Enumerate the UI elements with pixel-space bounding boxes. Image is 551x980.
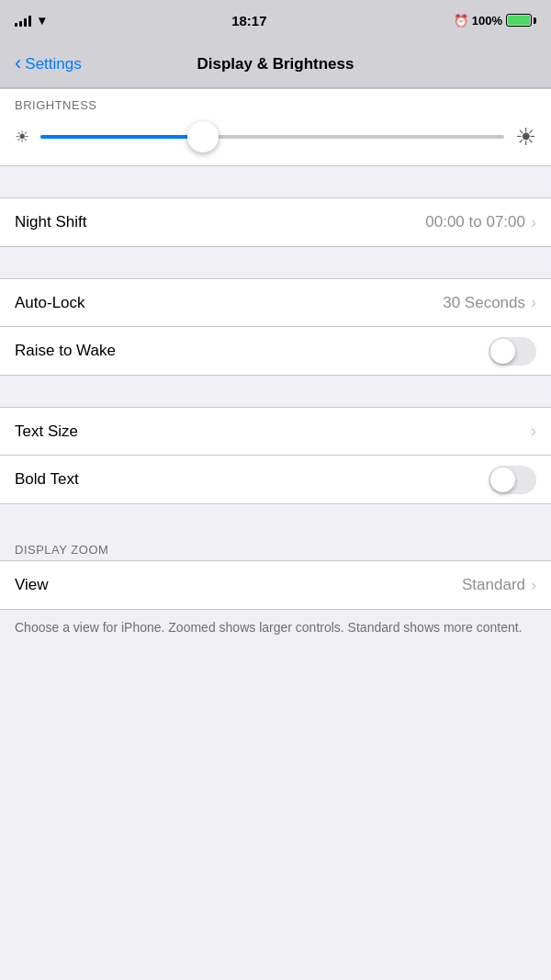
slider-fill — [40, 135, 203, 139]
status-bar: ▾ 18:17 ⏰ 100% — [0, 0, 551, 40]
spacer-1 — [0, 166, 551, 197]
raise-to-wake-row: Raise to Wake — [0, 327, 551, 375]
bold-text-toggle[interactable] — [489, 466, 536, 494]
sun-small-icon: ☀ — [15, 127, 29, 147]
back-label: Settings — [25, 55, 81, 73]
nav-bar: ‹ Settings Display & Brightness — [0, 40, 551, 88]
spacer-3 — [0, 376, 551, 407]
view-value: Standard — [462, 576, 525, 594]
lock-wake-group: Auto-Lock 30 Seconds › Raise to Wake — [0, 278, 551, 376]
auto-lock-value: 30 Seconds — [443, 294, 525, 312]
wifi-icon: ▾ — [39, 13, 45, 28]
chevron-right-icon: › — [531, 213, 536, 232]
status-right: ⏰ 100% — [454, 14, 536, 28]
view-right: Standard › — [462, 576, 536, 595]
view-row[interactable]: View Standard › — [0, 561, 551, 609]
auto-lock-row[interactable]: Auto-Lock 30 Seconds › — [0, 279, 551, 327]
display-zoom-group: View Standard › — [0, 560, 551, 610]
spacer-2 — [0, 247, 551, 278]
brightness-section: BRIGHTNESS ☀ ☀ — [0, 88, 551, 166]
battery-icon — [506, 14, 536, 27]
auto-lock-right: 30 Seconds › — [443, 293, 536, 312]
spacer-4 — [0, 504, 551, 535]
slider-thumb[interactable] — [187, 121, 219, 152]
night-shift-right: 00:00 to 07:00 › — [425, 213, 536, 232]
toggle-thumb — [490, 467, 515, 492]
display-zoom-section: DISPLAY ZOOM View Standard › Choose a vi… — [0, 535, 551, 647]
night-shift-label: Night Shift — [15, 213, 86, 231]
chevron-right-icon: › — [531, 293, 536, 312]
display-zoom-footer: Choose a view for iPhone. Zoomed shows l… — [0, 610, 551, 647]
back-button[interactable]: ‹ Settings — [15, 54, 82, 73]
battery-percent: 100% — [472, 14, 502, 28]
brightness-header: BRIGHTNESS — [15, 98, 536, 112]
brightness-slider-row: ☀ ☀ — [15, 121, 536, 152]
text-group: Text Size › Bold Text — [0, 407, 551, 504]
page-title: Display & Brightness — [197, 55, 354, 73]
chevron-right-icon: › — [531, 576, 536, 595]
bold-text-label: Bold Text — [15, 470, 79, 489]
status-time: 18:17 — [231, 13, 266, 28]
night-shift-row[interactable]: Night Shift 00:00 to 07:00 › — [0, 198, 551, 246]
alarm-icon: ⏰ — [454, 14, 468, 28]
chevron-right-icon: › — [531, 422, 536, 441]
view-label: View — [15, 576, 49, 594]
night-shift-group: Night Shift 00:00 to 07:00 › — [0, 197, 551, 247]
night-shift-value: 00:00 to 07:00 — [425, 213, 525, 231]
raise-to-wake-label: Raise to Wake — [15, 342, 116, 360]
back-chevron-icon: ‹ — [15, 53, 21, 73]
slider-track — [40, 135, 504, 139]
auto-lock-label: Auto-Lock — [15, 294, 85, 312]
text-size-row[interactable]: Text Size › — [0, 408, 551, 456]
sun-large-icon: ☀ — [515, 123, 536, 152]
text-size-right: › — [531, 422, 536, 441]
brightness-slider[interactable] — [40, 121, 504, 152]
signal-icon — [15, 14, 31, 27]
bold-text-row: Bold Text — [0, 456, 551, 503]
display-zoom-header: DISPLAY ZOOM — [0, 535, 551, 560]
raise-to-wake-toggle[interactable] — [489, 337, 536, 366]
status-left: ▾ — [15, 13, 45, 28]
text-size-label: Text Size — [15, 422, 78, 441]
content: BRIGHTNESS ☀ ☀ Night Shift 00:00 to 07:0… — [0, 88, 551, 647]
toggle-thumb — [490, 339, 515, 364]
